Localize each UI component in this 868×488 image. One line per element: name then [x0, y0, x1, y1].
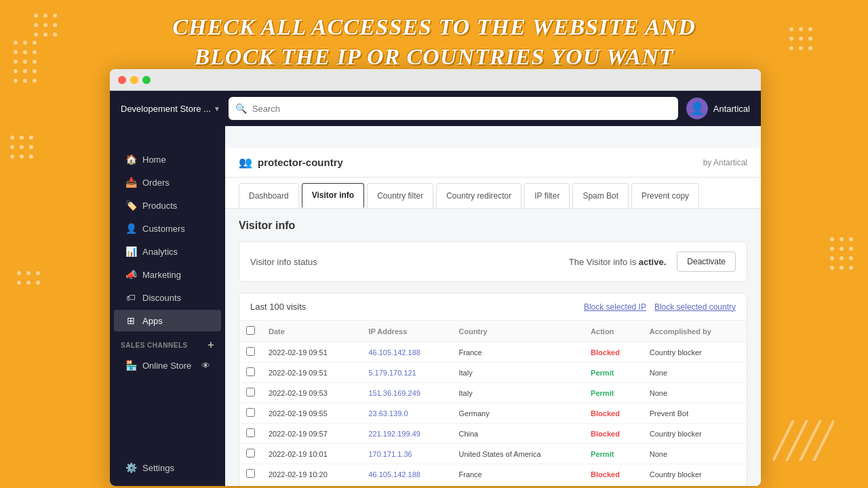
tab-prevent-copy[interactable]: Prevent copy: [631, 183, 699, 208]
row-ip: 5.179.170.121: [361, 363, 452, 383]
block-ip-button[interactable]: Block selected IP: [584, 302, 646, 312]
tabs-bar: Dashboard Visitor info Country filter Co…: [225, 178, 761, 209]
row-ip: 46.105.142.188: [361, 342, 452, 363]
sidebar-item-online-store[interactable]: 🏪 Online Store 👁: [114, 354, 221, 376]
app-title-area: 👥 protector-country: [239, 156, 343, 169]
ip-link[interactable]: 46.105.142.188: [368, 348, 420, 357]
action-badge: Permit: [591, 450, 614, 458]
row-checkbox-3[interactable]: [246, 408, 255, 417]
row-checkbox-cell: [239, 363, 262, 383]
row-date: 2022-02-19 09:53: [262, 383, 361, 403]
col-date: Date: [262, 321, 361, 342]
sidebar-item-analytics[interactable]: 📊 Analytics: [114, 241, 221, 262]
row-accomplished: None: [643, 363, 747, 383]
sidebar-item-settings[interactable]: ⚙️ Settings: [114, 457, 221, 479]
col-checkbox: [239, 321, 262, 342]
tab-ip-filter[interactable]: IP filter: [524, 183, 570, 208]
sidebar-item-customers[interactable]: 👤 Customers: [114, 218, 221, 239]
browser-dot-yellow[interactable]: [130, 76, 138, 84]
table-row: 2022-02-19 09:57 221.192.199.49 China Bl…: [239, 424, 747, 444]
online-store-eye-icon[interactable]: 👁: [201, 361, 210, 371]
select-all-checkbox[interactable]: [246, 326, 255, 335]
row-date: 2022-02-19 10:20: [262, 464, 361, 485]
top-bar: Developement Store ... ▼ 🔍 👤 Antartical: [110, 91, 761, 126]
row-date: 2022-02-19 09:55: [262, 403, 361, 424]
shopify-layout: 🏠 Home 📥 Orders 🏷️ Products 👤 Customers …: [110, 91, 761, 486]
browser-dot-green[interactable]: [142, 76, 151, 84]
status-text-prefix: The Visitor info is: [569, 257, 636, 267]
row-country: Italy: [452, 363, 585, 383]
table-row: 2022-02-19 10:20 46.105.142.188 France B…: [239, 464, 747, 485]
content-area: Visitor info Visitor info status The Vis…: [225, 209, 761, 486]
sidebar-item-marketing[interactable]: 📣 Marketing: [114, 264, 221, 285]
row-checkbox-cell: [239, 464, 262, 485]
ip-link[interactable]: 221.192.199.49: [368, 430, 420, 438]
sidebar-item-products[interactable]: 🏷️ Products: [114, 195, 221, 216]
visits-table: Date IP Address Country Action Accomplis…: [239, 321, 747, 486]
row-checkbox-4[interactable]: [246, 428, 255, 437]
tab-country-redirector[interactable]: Country redirector: [436, 183, 521, 208]
sidebar-label-apps: Apps: [142, 316, 163, 326]
sidebar-item-discounts[interactable]: 🏷 Discounts: [114, 287, 221, 308]
row-checkbox-0[interactable]: [246, 347, 255, 356]
sidebar-label-orders: Orders: [142, 178, 170, 188]
row-checkbox-6[interactable]: [246, 469, 255, 478]
sidebar-label-online-store: Online Store: [142, 361, 196, 371]
orders-icon: 📥: [125, 177, 137, 188]
col-country: Country: [452, 321, 585, 342]
row-country: France: [452, 464, 585, 485]
store-selector[interactable]: Developement Store ... ▼: [121, 104, 220, 114]
ip-link[interactable]: 170.171.1.36: [368, 450, 412, 458]
row-action: Permit: [584, 363, 643, 383]
row-accomplished: None: [643, 485, 747, 487]
ip-link[interactable]: 5.179.170.121: [368, 369, 416, 377]
row-checkbox-1[interactable]: [246, 367, 255, 376]
row-checkbox-cell: [239, 485, 262, 487]
search-bar[interactable]: 🔍: [229, 97, 678, 120]
app-header: 👥 protector-country by Antartical: [225, 148, 761, 178]
visits-actions: Block selected IP Block selected country: [584, 302, 736, 312]
online-store-icon: 🏪: [125, 360, 137, 371]
ip-link[interactable]: 46.105.142.188: [368, 470, 420, 479]
sidebar-label-products: Products: [142, 201, 177, 211]
row-action: Blocked: [584, 464, 643, 485]
decorative-dots-ml: [10, 136, 35, 179]
tab-country-filter[interactable]: Country filter: [367, 183, 433, 208]
row-checkbox-2[interactable]: [246, 388, 255, 396]
row-ip: 170.171.2.50: [361, 485, 452, 487]
row-ip: 23.63.139.0: [361, 403, 452, 424]
search-input[interactable]: [252, 104, 671, 114]
ip-link[interactable]: 151.36.169.249: [368, 389, 420, 397]
sidebar-item-apps[interactable]: ⊞ Apps: [114, 310, 221, 331]
deactivate-button[interactable]: Deactivate: [677, 251, 736, 272]
settings-icon: ⚙️: [125, 462, 137, 473]
tab-dashboard[interactable]: Dashboard: [239, 183, 299, 208]
browser-dot-red[interactable]: [118, 76, 126, 84]
row-accomplished: Country blocker: [643, 464, 747, 485]
store-name-label: Developement Store ...: [121, 104, 211, 114]
sidebar-label-customers: Customers: [142, 224, 185, 234]
sidebar: 🏠 Home 📥 Orders 🏷️ Products 👤 Customers …: [110, 91, 225, 486]
tab-visitor-info[interactable]: Visitor info: [302, 183, 364, 208]
sidebar-item-home[interactable]: 🏠 Home: [114, 148, 221, 170]
row-checkbox-5[interactable]: [246, 449, 255, 458]
apps-icon: ⊞: [125, 315, 137, 326]
ip-link[interactable]: 23.63.139.0: [368, 409, 408, 418]
home-icon: 🏠: [125, 154, 137, 165]
row-ip: 46.105.142.188: [361, 464, 452, 485]
row-accomplished: None: [643, 444, 747, 464]
customers-icon: 👤: [125, 223, 137, 234]
action-badge: Blocked: [591, 430, 620, 438]
block-country-button[interactable]: Block selected country: [654, 302, 736, 312]
app-title: protector-country: [258, 157, 343, 168]
sidebar-item-orders[interactable]: 📥 Orders: [114, 171, 221, 193]
table-row: 2022-02-19 09:55 23.63.139.0 Germany Blo…: [239, 403, 747, 424]
tab-spam-bot[interactable]: Spam Bot: [572, 183, 629, 208]
discounts-icon: 🏷: [125, 292, 137, 303]
row-country: United States of America: [452, 444, 585, 464]
add-sales-channel-button[interactable]: +: [208, 339, 214, 351]
row-action: Permit: [584, 383, 643, 403]
action-badge: Permit: [591, 369, 614, 377]
col-ip: IP Address: [361, 321, 452, 342]
row-accomplished: None: [643, 383, 747, 403]
